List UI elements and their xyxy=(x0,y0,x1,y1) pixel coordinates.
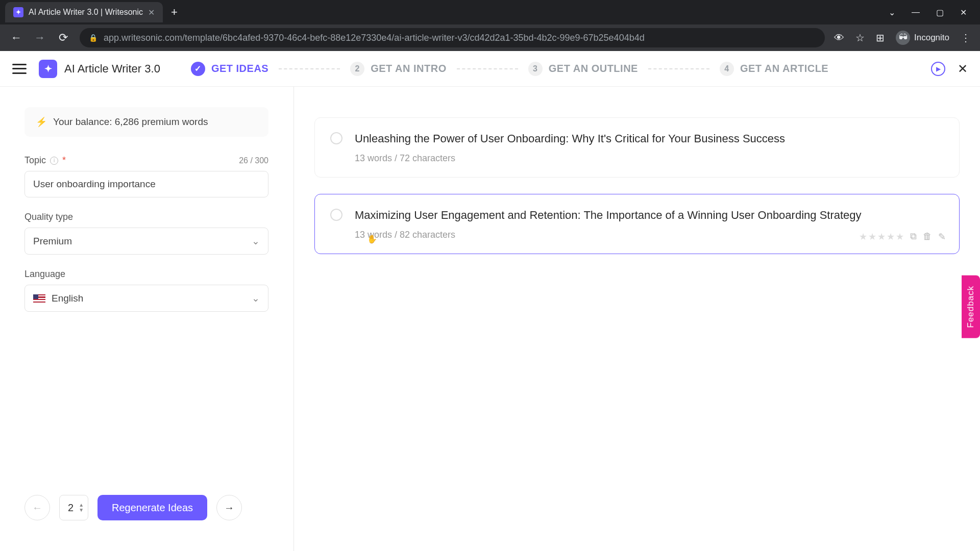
idea-title: Unleashing the Power of User Onboarding:… xyxy=(355,131,944,147)
idea-title: Maximizing User Engagement and Retention… xyxy=(355,208,944,223)
main: ⚡ Your balance: 6,286 premium words Topi… xyxy=(0,87,980,551)
forward-button[interactable]: → xyxy=(33,31,47,45)
radio-button[interactable] xyxy=(330,209,342,221)
quality-value: Premium xyxy=(33,236,72,247)
app-logo-icon: ✦ xyxy=(39,60,57,78)
maximize-icon[interactable]: ▢ xyxy=(936,8,944,17)
tab-title: AI Article Writer 3.0 | Writesonic xyxy=(29,8,143,17)
header-right: ▶ ✕ xyxy=(931,62,968,76)
browser-menu-icon[interactable]: ⋮ xyxy=(961,32,971,44)
count-stepper[interactable]: 2 ▲ ▼ xyxy=(59,495,88,520)
idea-body: Unleashing the Power of User Onboarding:… xyxy=(355,131,944,164)
chevron-down-icon[interactable]: ▼ xyxy=(79,508,84,513)
new-tab-button[interactable]: + xyxy=(171,6,178,19)
url-field[interactable]: 🔒 app.writesonic.com/template/6bc4afed-9… xyxy=(80,28,825,47)
chevron-down-icon: ⌄ xyxy=(252,235,260,247)
star-icon[interactable]: ★ xyxy=(896,231,904,242)
idea-actions: ★ ★ ★ ★ ★ ⧉ 🗑 ✎ xyxy=(859,231,946,242)
browser-tab[interactable]: ✦ AI Article Writer 3.0 | Writesonic ✕ xyxy=(5,2,163,22)
extensions-icon[interactable]: ⊞ xyxy=(876,32,885,44)
balance-card: ⚡ Your balance: 6,286 premium words xyxy=(24,107,268,137)
sidebar-footer: ← 2 ▲ ▼ Regenerate Ideas → xyxy=(24,495,268,531)
edit-icon[interactable]: ✎ xyxy=(938,231,946,242)
step-number: 4 xyxy=(720,62,734,76)
close-tab-icon[interactable]: ✕ xyxy=(148,8,155,17)
quality-label: Quality type xyxy=(24,212,268,222)
step-label: GET AN ARTICLE xyxy=(740,63,828,74)
language-select[interactable]: English ⌄ xyxy=(24,285,268,312)
step-get-intro[interactable]: 2 GET AN INTRO xyxy=(350,62,447,76)
topic-input[interactable] xyxy=(24,171,268,197)
step-get-ideas[interactable]: ✓ GET IDEAS xyxy=(191,62,268,76)
back-button[interactable]: ← xyxy=(9,31,23,45)
tab-bar: ✦ AI Article Writer 3.0 | Writesonic ✕ +… xyxy=(0,0,980,24)
play-tutorial-icon[interactable]: ▶ xyxy=(931,62,945,76)
step-separator xyxy=(279,68,340,69)
copy-icon[interactable]: ⧉ xyxy=(910,231,917,242)
step-separator xyxy=(648,68,709,69)
eye-off-icon[interactable]: 👁 xyxy=(834,32,844,44)
url-bar: ← → ⟳ 🔒 app.writesonic.com/template/6bc4… xyxy=(0,24,980,51)
spin-controls: ▲ ▼ xyxy=(79,503,84,513)
star-icon[interactable]: ★ xyxy=(859,231,867,242)
app-header: ✦ AI Article Writer 3.0 ✓ GET IDEAS 2 GE… xyxy=(0,51,980,87)
prev-button[interactable]: ← xyxy=(24,495,50,520)
url-right-controls: 👁 ☆ ⊞ 🕶 Incognito ⋮ xyxy=(834,31,971,45)
balance-text: Your balance: 6,286 premium words xyxy=(53,116,208,128)
step-label: GET AN OUTLINE xyxy=(549,63,638,74)
topic-counter: 26 / 300 xyxy=(239,156,268,165)
reload-button[interactable]: ⟳ xyxy=(56,31,70,45)
rating-stars[interactable]: ★ ★ ★ ★ ★ xyxy=(859,231,904,242)
wizard-steps: ✓ GET IDEAS 2 GET AN INTRO 3 GET AN OUTL… xyxy=(191,62,931,76)
step-number: 2 xyxy=(350,62,364,76)
star-icon[interactable]: ★ xyxy=(877,231,886,242)
step-number: 3 xyxy=(528,62,543,76)
window-controls: ⌄ ― ▢ ✕ xyxy=(889,8,975,17)
bookmark-icon[interactable]: ☆ xyxy=(855,32,865,44)
star-icon[interactable]: ★ xyxy=(868,231,876,242)
minimize-icon[interactable]: ― xyxy=(912,8,920,17)
topic-field: Topic i * 26 / 300 xyxy=(24,155,268,197)
step-label: GET AN INTRO xyxy=(371,63,447,74)
check-icon: ✓ xyxy=(191,62,205,76)
idea-card[interactable]: Unleashing the Power of User Onboarding:… xyxy=(314,117,960,178)
step-label: GET IDEAS xyxy=(211,63,268,74)
close-icon[interactable]: ✕ xyxy=(958,62,968,76)
step-get-outline[interactable]: 3 GET AN OUTLINE xyxy=(528,62,638,76)
info-icon[interactable]: i xyxy=(50,157,58,165)
star-icon[interactable]: ★ xyxy=(887,231,895,242)
hamburger-menu[interactable] xyxy=(12,64,27,74)
idea-meta: 13 words / 82 characters xyxy=(355,230,944,240)
language-label: Language xyxy=(24,269,268,280)
incognito-label: Incognito xyxy=(914,33,949,43)
step-separator xyxy=(457,68,518,69)
bolt-icon: ⚡ xyxy=(36,116,47,128)
flag-us-icon xyxy=(33,294,45,303)
required-mark: * xyxy=(62,155,66,166)
close-window-icon[interactable]: ✕ xyxy=(960,8,967,17)
quality-select[interactable]: Premium ⌄ xyxy=(24,228,268,255)
app-title: AI Article Writer 3.0 xyxy=(64,62,160,76)
idea-body: Maximizing User Engagement and Retention… xyxy=(355,208,944,240)
tabs-dropdown-icon[interactable]: ⌄ xyxy=(889,8,895,17)
incognito-badge[interactable]: 🕶 Incognito xyxy=(896,31,949,45)
chevron-down-icon: ⌄ xyxy=(252,292,260,304)
language-value: English xyxy=(52,293,83,304)
regenerate-button[interactable]: Regenerate Ideas xyxy=(97,495,207,520)
radio-button[interactable] xyxy=(330,132,342,144)
lock-icon: 🔒 xyxy=(89,34,97,42)
topic-label: Topic i * xyxy=(24,155,66,166)
next-button[interactable]: → xyxy=(216,495,242,520)
browser-chrome: ✦ AI Article Writer 3.0 | Writesonic ✕ +… xyxy=(0,0,980,51)
step-get-article[interactable]: 4 GET AN ARTICLE xyxy=(720,62,828,76)
idea-card[interactable]: Maximizing User Engagement and Retention… xyxy=(314,194,960,254)
feedback-tab[interactable]: Feedback xyxy=(962,276,980,338)
incognito-icon: 🕶 xyxy=(896,31,910,45)
quality-field: Quality type Premium ⌄ xyxy=(24,212,268,255)
trash-icon[interactable]: 🗑 xyxy=(923,231,932,242)
idea-meta: 13 words / 72 characters xyxy=(355,153,944,164)
count-value: 2 xyxy=(68,502,74,514)
content: Unleashing the Power of User Onboarding:… xyxy=(293,87,980,551)
language-field: Language English ⌄ xyxy=(24,269,268,312)
url-text: app.writesonic.com/template/6bc4afed-937… xyxy=(104,33,645,43)
